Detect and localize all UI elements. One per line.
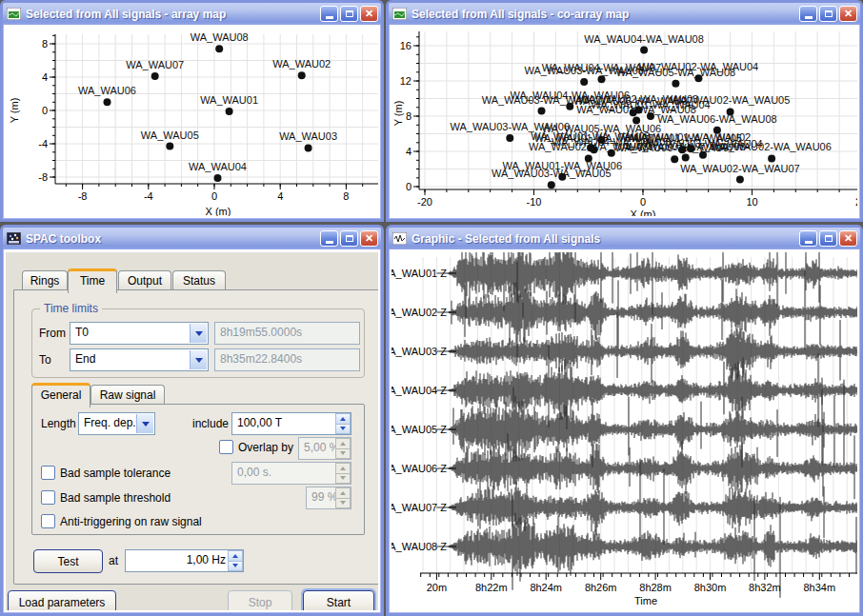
svg-text:Y (m): Y (m) — [9, 98, 20, 124]
window-title: Selected from All signals - co-array map — [411, 8, 797, 21]
spac-toolbox-titlebar[interactable]: SPAC toolbox ✕ — [3, 228, 381, 249]
maximize-button[interactable] — [819, 6, 837, 22]
minimize-button[interactable] — [799, 6, 817, 22]
close-button[interactable]: ✕ — [360, 230, 378, 247]
svg-text:WA_WAU05: WA_WAU05 — [141, 129, 199, 141]
svg-text:0: 0 — [640, 196, 646, 208]
svg-text:-10: -10 — [527, 196, 542, 208]
to-combobox[interactable]: End — [70, 348, 209, 371]
spac-window-icon — [7, 232, 21, 245]
minimize-button[interactable] — [320, 230, 338, 247]
svg-text:8: 8 — [343, 190, 349, 202]
chevron-down-icon[interactable] — [190, 350, 207, 369]
bad-sample-threshold-checkbox[interactable] — [41, 490, 55, 505]
map-window-icon — [392, 8, 407, 20]
spin-up-button — [335, 463, 351, 473]
spin-down-button[interactable] — [335, 424, 351, 435]
frequency-spinbox[interactable]: 1,00 Hz — [125, 549, 244, 572]
svg-text:16: 16 — [400, 40, 411, 51]
svg-text:WA_WAU02: WA_WAU02 — [272, 58, 331, 70]
seismogram-plot: WA_WAU01 ZWA_WAU02 ZWA_WAU03 ZWA_WAU04 Z… — [391, 252, 857, 610]
co-array-map-titlebar[interactable]: Selected from All signals - co-array map… — [389, 3, 860, 25]
svg-text:WA_WAU07-WA_WAU08: WA_WAU07-WA_WAU08 — [626, 141, 746, 152]
svg-text:8: 8 — [42, 38, 48, 50]
bad-sample-threshold-spinbox: 99 % — [306, 487, 351, 509]
test-button[interactable]: Test — [33, 549, 103, 573]
spin-down-button — [335, 498, 351, 509]
to-time-field: 8h35m22.8400s — [214, 348, 360, 371]
include-spinbox[interactable]: 100,00 T — [231, 412, 351, 435]
minimize-button[interactable] — [799, 230, 817, 247]
length-combobox[interactable]: Freq. dep. — [78, 412, 155, 435]
tab-rings[interactable]: Rings — [22, 270, 68, 291]
close-button[interactable]: ✕ — [839, 6, 857, 22]
tab-status[interactable]: Status — [172, 270, 226, 291]
close-icon: ✕ — [844, 9, 853, 19]
to-label: To — [39, 353, 51, 367]
array-map-window: Selected from All signals - array map ✕ … — [0, 0, 384, 222]
chevron-down-icon[interactable] — [136, 414, 153, 433]
anti-triggering-label: Anti-triggering on raw signal — [60, 515, 202, 528]
minimize-button[interactable] — [320, 6, 338, 22]
svg-text:8h30m: 8h30m — [694, 582, 727, 593]
close-button[interactable]: ✕ — [360, 6, 378, 22]
at-label: at — [109, 554, 118, 567]
svg-text:12: 12 — [400, 75, 411, 87]
svg-text:-4: -4 — [38, 138, 48, 149]
tab-raw-signal[interactable]: Raw signal — [90, 385, 165, 406]
close-icon: ✕ — [844, 233, 853, 244]
spin-up-button[interactable] — [228, 550, 243, 561]
svg-text:-8: -8 — [78, 190, 88, 202]
spin-down-button[interactable] — [228, 561, 243, 572]
maximize-button[interactable] — [340, 6, 358, 22]
svg-text:4: 4 — [406, 146, 411, 157]
co-array-map-plot: -20-10010201612840X (m)Y (m)WA_WAU01-WA_… — [391, 28, 857, 216]
length-combobox-value: Freq. dep. — [84, 416, 135, 429]
load-parameters-button[interactable]: Load parameters — [8, 590, 116, 610]
svg-text:20m: 20m — [427, 582, 447, 593]
bad-sample-threshold-value: 99 % — [311, 490, 333, 504]
svg-text:0: 0 — [211, 190, 217, 202]
frequency-spinbox-value: 1,00 Hz — [130, 553, 226, 566]
svg-text:WA_WAU06-WA_WAU08: WA_WAU06-WA_WAU08 — [657, 113, 777, 125]
svg-text:WA_WAU03: WA_WAU03 — [279, 130, 337, 142]
graphic-window-icon — [392, 232, 407, 245]
spin-down-button — [335, 448, 351, 460]
from-combobox[interactable]: T0 — [70, 322, 209, 345]
anti-triggering-checkbox[interactable] — [41, 514, 55, 528]
svg-text:WA_WAU08: WA_WAU08 — [191, 31, 249, 43]
svg-text:WA_WAU04: WA_WAU04 — [189, 161, 247, 172]
bad-sample-tolerance-spinbox: 0,00 s. — [231, 462, 351, 485]
overlap-checkbox[interactable] — [219, 440, 233, 454]
svg-text:WA_WAU03-WA_WAU05: WA_WAU03-WA_WAU05 — [492, 168, 612, 179]
spin-up-button — [335, 487, 351, 498]
close-button[interactable]: ✕ — [839, 230, 857, 247]
bad-sample-tolerance-value: 0,00 s. — [237, 466, 333, 479]
window-title: Graphic - Selected from All signals — [411, 232, 797, 246]
array-map-titlebar[interactable]: Selected from All signals - array map ✕ — [3, 3, 381, 25]
maximize-button[interactable] — [340, 230, 358, 247]
svg-text:8h32m: 8h32m — [749, 582, 781, 593]
time-limits-label: Time limits — [40, 302, 102, 315]
maximize-button[interactable] — [819, 230, 837, 247]
maximize-icon — [346, 10, 353, 17]
from-label: From — [39, 327, 66, 340]
svg-text:10: 10 — [746, 196, 757, 208]
svg-text:WA_WAU01: WA_WAU01 — [200, 94, 258, 106]
chevron-down-icon[interactable] — [190, 324, 207, 343]
bad-sample-tolerance-checkbox[interactable] — [41, 466, 55, 480]
svg-text:X (m): X (m) — [631, 209, 656, 216]
svg-text:8: 8 — [406, 110, 411, 122]
co-array-map-window: Selected from All signals - co-array map… — [386, 0, 863, 222]
tab-time[interactable]: Time — [68, 268, 117, 293]
tab-general[interactable]: General — [31, 383, 90, 407]
spin-up-button — [335, 438, 351, 448]
spin-up-button[interactable] — [335, 413, 351, 424]
svg-text:4: 4 — [277, 190, 283, 202]
svg-text:Y (m): Y (m) — [392, 101, 404, 127]
graphic-titlebar[interactable]: Graphic - Selected from All signals ✕ — [389, 228, 860, 249]
graphic-window: Graphic - Selected from All signals ✕ WA… — [386, 225, 863, 616]
window-title: SPAC toolbox — [26, 232, 318, 246]
start-button[interactable]: Start — [303, 590, 374, 610]
tab-output[interactable]: Output — [118, 270, 171, 291]
